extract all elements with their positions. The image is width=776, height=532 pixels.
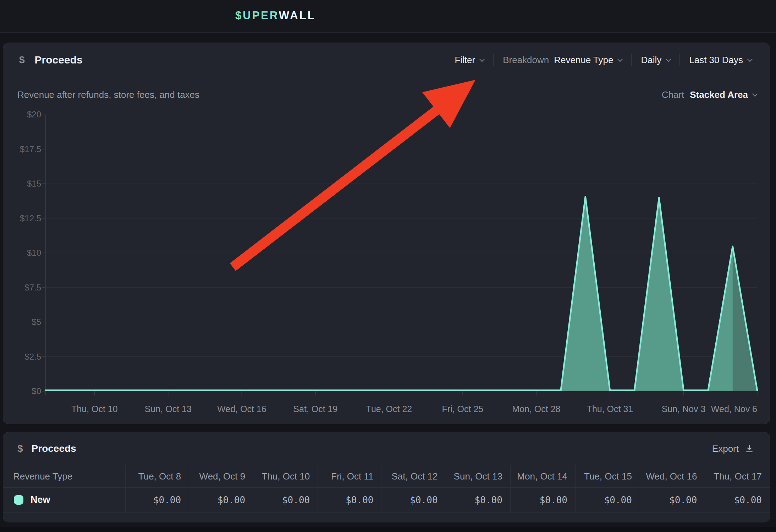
table-cell-value: $0.00 xyxy=(253,488,318,512)
proceeds-chart-panel: $ Proceeds Filter Breakdown Revenue Type… xyxy=(3,43,770,424)
table-panel-header: $ Proceeds Export xyxy=(3,432,770,465)
y-axis-label: $20 xyxy=(3,109,41,120)
series-name: New xyxy=(31,494,50,505)
x-axis-label: Sun, Oct 13 xyxy=(129,403,207,415)
chevron-down-icon xyxy=(752,91,758,96)
next-panel-edge xyxy=(0,527,776,532)
filter-dropdown[interactable]: Filter xyxy=(445,55,493,66)
chart-type-label: Chart xyxy=(662,88,684,101)
export-button[interactable]: Export xyxy=(712,443,754,454)
logo-rest: WALL xyxy=(279,9,316,22)
x-axis-label: Mon, Oct 28 xyxy=(497,403,575,415)
table-header-cell: Sat, Oct 12 xyxy=(381,465,446,488)
chart-panel-header: $ Proceeds Filter Breakdown Revenue Type… xyxy=(3,43,770,77)
series-swatch xyxy=(14,495,23,505)
table-header-cell: Tue, Oct 15 xyxy=(575,465,640,488)
download-icon xyxy=(744,444,754,454)
x-axis-label: Wed, Nov 6 xyxy=(679,403,757,415)
table-header-row: Revenue TypeTue, Oct 8Wed, Oct 9Thu, Oct… xyxy=(3,465,770,488)
table-header-cell: Sun, Oct 13 xyxy=(446,465,510,488)
table-cell-value: $0.00 xyxy=(640,488,705,512)
x-axis-label: Thu, Oct 10 xyxy=(55,403,133,415)
table-header-cell: Fri, Oct 11 xyxy=(318,465,381,488)
table-cell-value: $0.00 xyxy=(189,488,253,512)
table-header-cell: Tue, Oct 8 xyxy=(125,465,189,488)
y-axis-label: $17.5 xyxy=(3,144,41,155)
table-cell-value: $0.00 xyxy=(446,488,510,512)
breakdown-label: Breakdown xyxy=(503,55,549,66)
dollar-icon: $ xyxy=(17,443,23,454)
table-cell-value: $0.00 xyxy=(575,488,640,512)
breakdown-value: Revenue Type xyxy=(554,55,613,66)
stacked-area-chart xyxy=(41,115,761,403)
table-cell-value: $0.00 xyxy=(510,488,575,512)
chart-type-value: Stacked Area xyxy=(690,88,748,101)
table-cell-value: $0.00 xyxy=(381,488,446,512)
table-header-cell: Wed, Oct 9 xyxy=(189,465,253,488)
dashboard: $UPERWALL $ Proceeds Filter Breakdown Re… xyxy=(0,0,776,532)
date-range-dropdown[interactable]: Last 30 Days xyxy=(680,55,752,66)
proceeds-table-panel: $ Proceeds Export Revenue TypeTue, Oct 8… xyxy=(3,432,770,522)
x-axis-label: Thu, Oct 31 xyxy=(571,403,649,415)
table-header-cell: Thu, Oct 17 xyxy=(705,465,770,488)
table-row: New$0.00$0.00$0.00$0.00$0.00$0.00$0.00$0… xyxy=(3,488,770,512)
y-axis-label: $10 xyxy=(3,248,41,258)
area-series-fill xyxy=(45,196,757,391)
logo-accent: $UPER xyxy=(235,9,279,22)
chart-type-dropdown[interactable]: Chart Stacked Area xyxy=(662,88,757,101)
dollar-icon: $ xyxy=(19,54,25,66)
table-cell-value: $0.00 xyxy=(318,488,381,512)
y-axis-label: $7.5 xyxy=(3,282,41,293)
y-axis-label: $2.5 xyxy=(3,351,41,362)
y-axis-label: $5 xyxy=(3,317,41,327)
revenue-table: Revenue TypeTue, Oct 8Wed, Oct 9Thu, Oct… xyxy=(3,465,770,512)
x-axis-label: Sat, Oct 19 xyxy=(276,403,354,415)
chevron-down-icon xyxy=(617,56,623,62)
table-header-cell: Mon, Oct 14 xyxy=(510,465,575,488)
breakdown-dropdown[interactable]: Breakdown Revenue Type xyxy=(494,55,631,66)
granularity-dropdown[interactable]: Daily xyxy=(632,55,679,66)
chevron-down-icon xyxy=(747,56,753,62)
x-axis-label: Tue, Oct 22 xyxy=(350,403,428,415)
table-header-cell: Thu, Oct 10 xyxy=(253,465,318,488)
table-cell-value: $0.00 xyxy=(705,488,770,512)
y-axis-label: $0 xyxy=(3,386,41,397)
panel-title: Proceeds xyxy=(35,54,83,66)
table-cell-value: $0.00 xyxy=(125,488,189,512)
y-axis-label: $15 xyxy=(3,178,41,189)
y-axis-label: $12.5 xyxy=(3,213,41,224)
chevron-down-icon xyxy=(479,56,485,62)
table-header-cell: Revenue Type xyxy=(3,465,125,488)
x-axis-label: Fri, Oct 25 xyxy=(424,403,502,415)
top-navbar: $UPERWALL xyxy=(0,0,776,33)
chart-subtitle: Revenue after refunds, store fees, and t… xyxy=(17,88,199,101)
superwall-logo: $UPERWALL xyxy=(235,9,316,22)
table-header-cell: Wed, Oct 16 xyxy=(640,465,705,488)
x-axis-label: Wed, Oct 16 xyxy=(203,403,281,415)
chevron-down-icon xyxy=(666,56,671,62)
panel-title: Proceeds xyxy=(32,443,76,454)
